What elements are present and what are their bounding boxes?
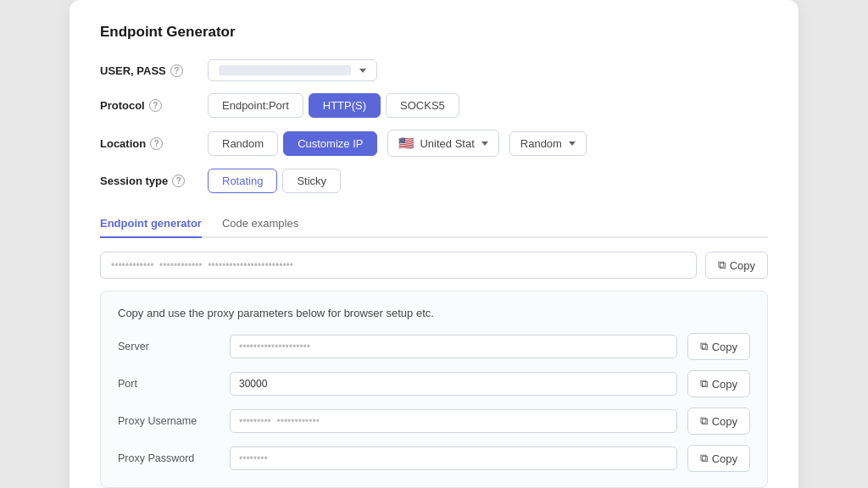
session-btn-group: Rotating Sticky xyxy=(208,169,341,193)
country-flag-icon: 🇺🇸 xyxy=(398,136,415,151)
proxy-port-copy-btn[interactable]: ⧉ Copy xyxy=(687,370,750,397)
session-type-row: Session type ? Rotating Sticky xyxy=(100,169,768,193)
copy-icon: ⧉ xyxy=(700,414,708,428)
proxy-box: Copy and use the proxy parameters below … xyxy=(100,291,768,488)
location-random-btn[interactable]: Random xyxy=(208,131,278,156)
proxy-port-row: Port ⧉ Copy xyxy=(118,370,750,397)
location-customize-ip-btn[interactable]: Customize IP xyxy=(283,131,377,156)
location-country-select[interactable]: 🇺🇸 United Stat xyxy=(387,130,498,157)
proxy-password-row: Proxy Password ⧉ Copy xyxy=(118,445,750,472)
location-help-icon[interactable]: ? xyxy=(150,137,163,150)
random-dropdown-label: Random xyxy=(520,137,562,150)
page-title: Endpoint Generator xyxy=(100,24,768,41)
protocol-endpoint-port-btn[interactable]: Endpoint:Port xyxy=(208,93,303,118)
user-pass-select[interactable] xyxy=(208,59,377,81)
location-label: Location ? xyxy=(100,137,198,150)
user-pass-help-icon[interactable]: ? xyxy=(170,64,183,77)
protocol-help-icon[interactable]: ? xyxy=(149,99,162,112)
user-pass-row: USER, PASS ? xyxy=(100,59,768,81)
endpoint-copy-label: Copy xyxy=(730,259,755,272)
proxy-server-row: Server ⧉ Copy xyxy=(118,333,750,360)
tab-code-examples[interactable]: Code examples xyxy=(222,210,298,238)
proxy-box-title: Copy and use the proxy parameters below … xyxy=(118,307,750,319)
protocol-row: Protocol ? Endpoint:Port HTTP(S) SOCKS5 xyxy=(100,93,768,118)
endpoint-copy-btn[interactable]: ⧉ Copy xyxy=(705,252,768,279)
user-pass-chevron-icon xyxy=(359,69,366,73)
protocol-socks5-btn[interactable]: SOCKS5 xyxy=(386,93,459,118)
endpoint-input[interactable] xyxy=(100,252,697,279)
proxy-password-copy-btn[interactable]: ⧉ Copy xyxy=(687,445,750,472)
tab-bar: Endpoint generator Code examples xyxy=(100,210,768,238)
user-pass-label: USER, PASS ? xyxy=(100,64,198,77)
main-card: Endpoint Generator USER, PASS ? Protocol… xyxy=(70,0,798,488)
user-pass-value xyxy=(219,65,351,75)
session-sticky-btn[interactable]: Sticky xyxy=(282,169,341,193)
random-dropdown-chevron-icon xyxy=(569,141,576,146)
proxy-server-input[interactable] xyxy=(230,335,677,358)
proxy-server-label: Server xyxy=(118,341,220,352)
copy-icon: ⧉ xyxy=(700,452,708,465)
proxy-username-input[interactable] xyxy=(230,409,677,433)
proxy-port-input[interactable] xyxy=(230,372,677,396)
copy-icon: ⧉ xyxy=(700,377,708,391)
session-rotating-btn[interactable]: Rotating xyxy=(208,169,277,193)
location-random-dropdown[interactable]: Random xyxy=(509,131,587,156)
country-label: United Stat xyxy=(420,137,474,150)
proxy-server-copy-btn[interactable]: ⧉ Copy xyxy=(687,333,750,360)
endpoint-row: ⧉ Copy xyxy=(100,252,768,279)
proxy-username-label: Proxy Username xyxy=(118,415,220,427)
proxy-server-copy-label: Copy xyxy=(712,341,737,353)
protocol-https-btn[interactable]: HTTP(S) xyxy=(309,93,381,118)
proxy-password-input[interactable] xyxy=(230,446,677,470)
proxy-password-copy-label: Copy xyxy=(712,452,737,465)
protocol-btn-group: Endpoint:Port HTTP(S) SOCKS5 xyxy=(208,93,459,118)
country-chevron-icon xyxy=(481,141,488,146)
proxy-password-label: Proxy Password xyxy=(118,452,220,464)
copy-icon: ⧉ xyxy=(700,340,708,353)
session-type-help-icon[interactable]: ? xyxy=(172,175,185,187)
proxy-port-label: Port xyxy=(118,378,220,390)
protocol-label: Protocol ? xyxy=(100,99,198,112)
proxy-username-row: Proxy Username ⧉ Copy xyxy=(118,408,750,435)
proxy-username-copy-btn[interactable]: ⧉ Copy xyxy=(687,408,750,435)
proxy-port-copy-label: Copy xyxy=(712,378,737,391)
tab-endpoint-generator[interactable]: Endpoint generator xyxy=(100,210,202,238)
copy-icon: ⧉ xyxy=(718,258,726,272)
proxy-username-copy-label: Copy xyxy=(712,415,737,428)
location-row: Location ? Random Customize IP 🇺🇸 United… xyxy=(100,130,768,157)
location-btn-group: Random Customize IP xyxy=(208,131,377,156)
session-type-label: Session type ? xyxy=(100,175,198,187)
